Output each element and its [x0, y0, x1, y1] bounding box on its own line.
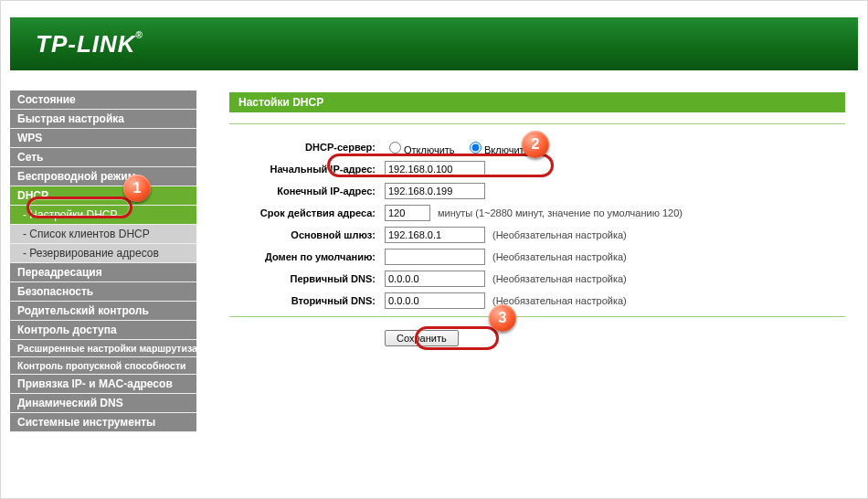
- divider-bottom: [229, 316, 845, 317]
- sidebar-item-bandwidth[interactable]: Контроль пропускной способности: [10, 357, 196, 375]
- label-dns1: Первичный DNS:: [229, 273, 385, 284]
- input-dns2[interactable]: [385, 292, 485, 309]
- sidebar-item-wireless[interactable]: Беспроводной режим: [10, 167, 196, 186]
- row-dns1: Первичный DNS: (Необязательная настройка…: [229, 269, 845, 289]
- sidebar-item-quicksetup[interactable]: Быстрая настройка: [10, 110, 196, 129]
- sidebar-item-routing[interactable]: Расширенные настройки маршрутизации: [10, 340, 196, 357]
- input-gateway[interactable]: [385, 227, 485, 243]
- row-gateway: Основной шлюз: (Необязательная настройка…: [229, 225, 845, 245]
- hint-dns1: (Необязательная настройка): [492, 273, 627, 284]
- hint-lease: минуты (1~2880 минут, значение по умолча…: [438, 207, 683, 218]
- radio-dhcp-off[interactable]: [389, 142, 401, 154]
- brand-logo: TP-LINK®: [36, 30, 143, 58]
- row-save: Сохранить: [229, 330, 845, 346]
- hint-dns2: (Необязательная настройка): [492, 295, 627, 306]
- panel-title: Настойки DHCP: [229, 92, 845, 112]
- label-dhcp-server: DHCP-сервер:: [229, 142, 385, 153]
- save-button[interactable]: Сохранить: [385, 330, 459, 346]
- radio-dhcp-off-label[interactable]: Отключить: [385, 144, 455, 155]
- sidebar-item-access[interactable]: Контроль доступа: [10, 321, 196, 340]
- input-lease[interactable]: [385, 205, 430, 221]
- sidebar-item-dhcp-reservation[interactable]: - Резервирование адресов: [10, 244, 196, 263]
- row-end-ip: Конечный IP-адрес:: [229, 181, 845, 201]
- radio-dhcp-on-label[interactable]: Включить: [465, 144, 529, 155]
- divider: [229, 123, 845, 124]
- sidebar-item-security[interactable]: Безопасность: [10, 282, 196, 302]
- label-end-ip: Конечный IP-адрес:: [229, 186, 385, 196]
- input-domain[interactable]: [385, 249, 485, 265]
- sidebar-item-wps[interactable]: WPS: [10, 129, 196, 148]
- row-start-ip: Начальный IP-адрес:: [229, 159, 845, 179]
- sidebar-item-ddns[interactable]: Динамический DNS: [10, 394, 196, 413]
- radio-dhcp-on[interactable]: [470, 142, 482, 154]
- hint-domain: (Необязательная настройка): [492, 251, 627, 262]
- row-dhcp-server: DHCP-сервер: Отключить Включить: [229, 137, 845, 157]
- sidebar-nav: Состояние Быстрая настройка WPS Сеть Бес…: [10, 70, 202, 432]
- dhcp-server-radios: Отключить Включить: [385, 139, 536, 156]
- sidebar-item-network[interactable]: Сеть: [10, 148, 196, 167]
- hint-gateway: (Необязательная настройка): [492, 229, 627, 240]
- input-dns1[interactable]: [385, 271, 485, 287]
- label-lease: Срок действия адреса:: [229, 207, 385, 218]
- sidebar-item-dhcp[interactable]: DHCP: [10, 186, 196, 206]
- label-start-ip: Начальный IP-адрес:: [229, 164, 385, 175]
- sidebar-item-system[interactable]: Системные инструменты: [10, 413, 196, 432]
- sidebar-item-dhcp-settings[interactable]: - Настройки DHCP: [10, 206, 196, 225]
- main-panel: Настойки DHCP DHCP-сервер: Отключить Вкл…: [202, 70, 858, 432]
- input-start-ip[interactable]: [385, 161, 485, 177]
- row-lease: Срок действия адреса: минуты (1~2880 мин…: [229, 203, 845, 223]
- row-domain: Домен по умолчанию: (Необязательная наст…: [229, 247, 845, 267]
- label-dns2: Вторичный DNS:: [229, 295, 385, 306]
- sidebar-item-ipmac[interactable]: Привязка IP- и MAC-адресов: [10, 375, 196, 394]
- sidebar-item-forwarding[interactable]: Переадресация: [10, 263, 196, 282]
- sidebar-item-status[interactable]: Состояние: [10, 90, 196, 110]
- label-gateway: Основной шлюз:: [229, 229, 385, 240]
- input-end-ip[interactable]: [385, 183, 485, 199]
- app-header: TP-LINK®: [10, 17, 858, 70]
- sidebar-item-parental[interactable]: Родительский контроль: [10, 302, 196, 321]
- row-dns2: Вторичный DNS: (Необязательная настройка…: [229, 291, 845, 311]
- sidebar-item-dhcp-clients[interactable]: - Список клиентов DHCP: [10, 225, 196, 244]
- label-domain: Домен по умолчанию:: [229, 251, 385, 262]
